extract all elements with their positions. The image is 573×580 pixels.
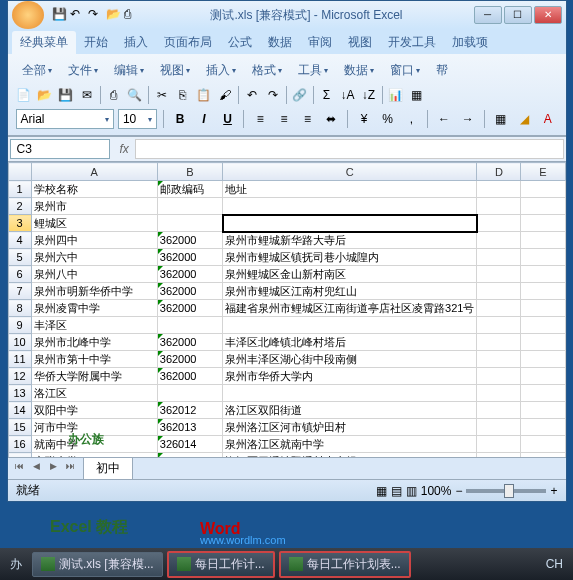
cell[interactable]: 泉州鲤城区金山新村南区 xyxy=(223,266,477,283)
cell[interactable] xyxy=(477,181,521,198)
row-header[interactable]: 16 xyxy=(8,436,31,453)
cell[interactable]: 泉州丰泽区湖心街中段南侧 xyxy=(223,351,477,368)
print-icon[interactable]: ⎙ xyxy=(104,85,124,105)
cell[interactable] xyxy=(521,317,565,334)
zoom-in-icon[interactable]: + xyxy=(550,484,557,498)
sheet-first-icon[interactable]: ⏮ xyxy=(12,461,28,477)
sum-icon[interactable]: Σ xyxy=(317,85,337,105)
tab-formula[interactable]: 公式 xyxy=(220,31,260,54)
cell[interactable] xyxy=(477,334,521,351)
italic-button[interactable]: I xyxy=(194,109,214,129)
cell[interactable]: 泉州八中 xyxy=(31,266,157,283)
row-header[interactable]: 15 xyxy=(8,419,31,436)
zoom-slider[interactable] xyxy=(466,489,546,493)
tab-view[interactable]: 视图 xyxy=(340,31,380,54)
open-folder-icon[interactable]: 📂 xyxy=(35,85,55,105)
tab-classic[interactable]: 经典菜单 xyxy=(12,31,76,54)
cell[interactable] xyxy=(521,198,565,215)
row-header[interactable]: 4 xyxy=(8,232,31,249)
cell[interactable]: 奕联中学 xyxy=(31,453,157,458)
cell[interactable]: 洛江区双阳街道 xyxy=(223,402,477,419)
cell[interactable]: 泉州凌霄中学 xyxy=(31,300,157,317)
minimize-button[interactable]: ─ xyxy=(474,6,502,24)
cell[interactable] xyxy=(157,198,222,215)
view-break-icon[interactable]: ▥ xyxy=(406,484,417,498)
align-right-icon[interactable]: ≡ xyxy=(298,109,318,129)
zoom-level[interactable]: 100% xyxy=(421,484,452,498)
align-left-icon[interactable]: ≡ xyxy=(250,109,270,129)
cell[interactable] xyxy=(477,385,521,402)
cell[interactable]: 泉州市北峰中学 xyxy=(31,334,157,351)
cell[interactable] xyxy=(521,249,565,266)
table-icon[interactable]: ▦ xyxy=(407,85,427,105)
menu-help[interactable]: 帮 xyxy=(430,60,454,81)
cell[interactable] xyxy=(157,215,222,232)
taskbar-item-2[interactable]: 每日工作计... xyxy=(167,551,275,578)
cell[interactable] xyxy=(157,317,222,334)
cell[interactable] xyxy=(521,436,565,453)
formula-input[interactable] xyxy=(135,139,564,159)
close-button[interactable]: ✕ xyxy=(534,6,562,24)
row-header[interactable]: 1 xyxy=(8,181,31,198)
font-color-icon[interactable]: A xyxy=(538,109,558,129)
cell[interactable]: 326014 xyxy=(157,436,222,453)
row-header[interactable]: 8 xyxy=(8,300,31,317)
menu-all[interactable]: 全部▾ xyxy=(16,60,58,81)
chart-icon[interactable]: 📊 xyxy=(386,85,406,105)
comma-icon[interactable]: , xyxy=(402,109,422,129)
menu-window[interactable]: 窗口▾ xyxy=(384,60,426,81)
menu-tools[interactable]: 工具▾ xyxy=(292,60,334,81)
tab-review[interactable]: 审阅 xyxy=(300,31,340,54)
cell[interactable] xyxy=(477,215,521,232)
tab-dev[interactable]: 开发工具 xyxy=(380,31,444,54)
select-all-corner[interactable] xyxy=(8,163,31,181)
cell[interactable] xyxy=(223,198,477,215)
new-icon[interactable]: 📄 xyxy=(14,85,34,105)
cell[interactable]: 河市中学 xyxy=(31,419,157,436)
menu-data[interactable]: 数据▾ xyxy=(338,60,380,81)
col-header-E[interactable]: E xyxy=(521,163,565,181)
cell[interactable]: 鲤城区 xyxy=(31,215,157,232)
underline-button[interactable]: U xyxy=(218,109,238,129)
sort-desc-icon[interactable]: ↓Z xyxy=(359,85,379,105)
cell[interactable]: 泉州市鲤城区江南村兜红山 xyxy=(223,283,477,300)
cell[interactable] xyxy=(477,419,521,436)
sort-asc-icon[interactable]: ↓A xyxy=(338,85,358,105)
cell[interactable]: 学校名称 xyxy=(31,181,157,198)
cell[interactable] xyxy=(477,453,521,458)
row-header[interactable]: 14 xyxy=(8,402,31,419)
col-header-C[interactable]: C xyxy=(223,163,477,181)
taskbar-item-1[interactable]: 测试.xls [兼容模... xyxy=(32,552,163,577)
cell[interactable]: 泉州市鲤城新华路大寺后 xyxy=(223,232,477,249)
cell[interactable] xyxy=(521,402,565,419)
cell[interactable] xyxy=(477,351,521,368)
cell[interactable] xyxy=(477,198,521,215)
cell[interactable]: 362000 xyxy=(157,232,222,249)
zoom-out-icon[interactable]: − xyxy=(455,484,462,498)
cell[interactable]: 丰泽区北峰镇北峰村塔后 xyxy=(223,334,477,351)
redo-icon[interactable]: ↷ xyxy=(88,7,104,23)
preview-icon[interactable]: 🔍 xyxy=(125,85,145,105)
row-header[interactable]: 5 xyxy=(8,249,31,266)
cell[interactable] xyxy=(477,266,521,283)
cell[interactable] xyxy=(477,232,521,249)
cell[interactable] xyxy=(521,232,565,249)
cell[interactable]: 362000 xyxy=(157,266,222,283)
cell[interactable] xyxy=(477,402,521,419)
paste-icon[interactable]: 📋 xyxy=(194,85,214,105)
cell[interactable]: 洛江区 xyxy=(31,385,157,402)
cell[interactable] xyxy=(521,215,565,232)
cell[interactable] xyxy=(157,385,222,402)
border-icon[interactable]: ▦ xyxy=(491,109,511,129)
cell[interactable]: 泉州洛江区河市镇炉田村 xyxy=(223,419,477,436)
row-header[interactable]: 3 xyxy=(8,215,31,232)
cell[interactable]: 362012 xyxy=(157,402,222,419)
sheet-last-icon[interactable]: ⏭ xyxy=(63,461,79,477)
row-header[interactable]: 13 xyxy=(8,385,31,402)
currency-icon[interactable]: ¥ xyxy=(354,109,374,129)
indent-dec-icon[interactable]: ← xyxy=(434,109,454,129)
cell[interactable]: 泉州四中 xyxy=(31,232,157,249)
cell[interactable] xyxy=(521,453,565,458)
cell[interactable]: 泉州市明新华侨中学 xyxy=(31,283,157,300)
cell[interactable] xyxy=(521,300,565,317)
